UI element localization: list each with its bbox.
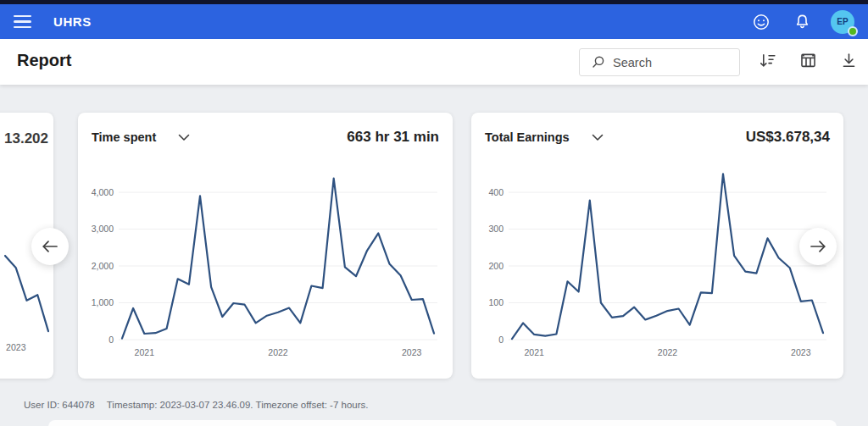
card-total-earnings: Total Earnings US$3.678,34 0100200300400… [471,113,843,379]
carousel-next-button[interactable] [799,228,837,265]
svg-text:100: 100 [488,297,504,307]
app-title: UHRS [53,14,92,29]
page-header: Report [0,39,868,85]
svg-text:2022: 2022 [658,347,678,357]
uhrs-report-page: UHRS EP Report [0,0,868,426]
total-earnings-total: US$3.678,34 [746,129,830,146]
arrow-right-icon [809,237,827,256]
notifications-bell-icon[interactable] [790,10,814,34]
sort-descending-icon[interactable] [754,47,780,73]
user-avatar[interactable]: EP [831,10,854,34]
search-box [579,48,740,76]
next-card-row-edge [48,420,837,426]
time-spent-metric-dropdown[interactable]: Time spent [92,130,190,144]
svg-text:2022: 2022 [268,347,288,357]
svg-text:4,000: 4,000 [92,187,114,197]
svg-text:0: 0 [498,335,504,345]
card-title: Total Earnings [485,130,570,144]
total-earnings-line-chart: 0100200300400202120222023 [478,162,837,363]
svg-text:2021: 2021 [135,347,155,357]
partial-card-value: 13.202 [4,130,48,147]
app-topbar: UHRS EP [0,4,868,39]
arrow-left-icon [41,237,59,256]
chevron-down-icon [592,134,604,141]
timestamp-text: Timestamp: 2023-03-07 23.46.09. Timezone… [107,400,369,410]
svg-text:1,000: 1,000 [92,297,114,307]
chevron-down-icon [178,134,190,141]
svg-text:400: 400 [488,187,504,197]
svg-text:300: 300 [488,224,504,234]
svg-text:0: 0 [108,335,114,345]
search-input[interactable] [613,56,723,69]
svg-text:3,000: 3,000 [92,224,114,234]
presence-online-dot [848,26,858,36]
search-icon [591,55,605,69]
total-earnings-metric-dropdown[interactable]: Total Earnings [485,130,604,144]
card-head: Time spent 663 hr 31 min [92,129,439,146]
svg-text:2023: 2023 [6,342,26,352]
download-icon[interactable] [836,47,861,73]
user-id-text: User ID: 644078 [24,400,95,410]
svg-text:2023: 2023 [791,347,811,357]
carousel-prev-button[interactable] [31,228,69,265]
time-spent-line-chart: 01,0002,0003,0004,000202120222023 [85,162,446,363]
time-spent-total: 663 hr 31 min [347,129,439,146]
card-time-spent: Time spent 663 hr 31 min 01,0002,0003,00… [78,113,453,379]
svg-text:200: 200 [488,261,504,271]
menu-icon[interactable] [14,13,36,31]
avatar-initials: EP [837,17,848,26]
feedback-smiley-icon[interactable] [749,10,773,34]
card-title: Time spent [92,130,156,144]
svg-text:2,000: 2,000 [92,261,114,271]
topbar-right-group: EP [749,10,868,34]
card-head: Total Earnings US$3.678,34 [485,129,830,146]
calendar-icon[interactable] [795,47,821,73]
svg-text:2021: 2021 [525,347,545,357]
page-title: Report [17,51,71,70]
report-footer: User ID: 644078 Timestamp: 2023-03-07 23… [24,400,369,410]
svg-text:2023: 2023 [402,347,422,357]
